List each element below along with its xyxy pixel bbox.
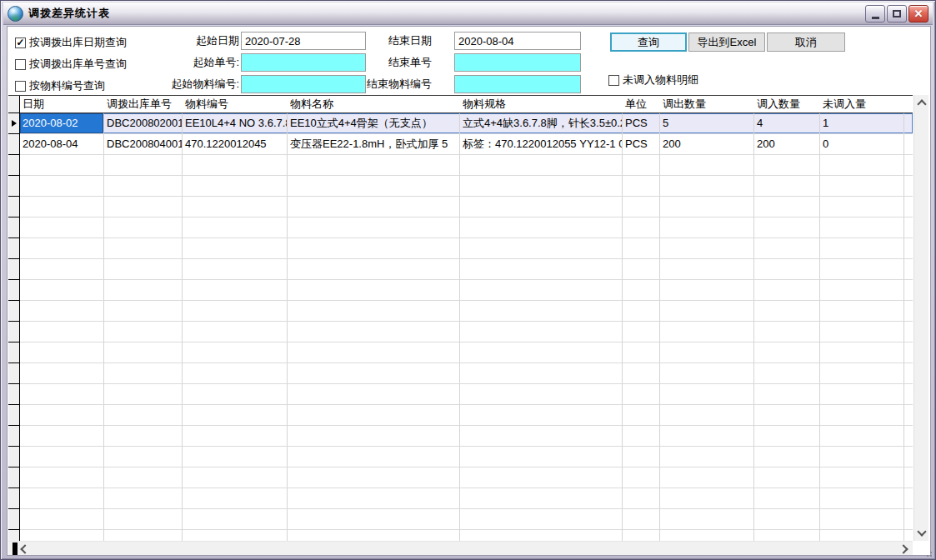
cell-out-qty[interactable]: 200 — [660, 134, 754, 154]
start-material-label: 起始物料编号: — [124, 75, 239, 93]
hscrollbar-thumb[interactable] — [13, 542, 18, 556]
scroll-left-icon[interactable] — [20, 544, 29, 553]
checkbox-not-transferred-detail[interactable]: 未调入物料明细 — [608, 73, 698, 87]
horizontal-scrollbar[interactable] — [8, 541, 913, 556]
empty-row — [8, 363, 913, 384]
end-material-label: 结束物料编号 — [349, 75, 432, 93]
col-header-order-no[interactable]: 调拨出库单号 — [104, 96, 183, 112]
titlebar[interactable]: 调拨差异统计表 ✕ — [3, 2, 933, 25]
empty-row — [8, 530, 913, 541]
cell-in-qty[interactable]: 4 — [754, 113, 820, 133]
cell-material-spec[interactable]: 标签：470.1220012055 YY12-1 0/1 — [460, 134, 623, 154]
grid-empty-rows — [8, 155, 913, 541]
cell-not-in-qty[interactable]: 0 — [820, 134, 904, 154]
filter-panel: 按调拨出库日期查询 按调拨出库单号查询 按物料编号查询 起始日期 起始单号: 起… — [8, 27, 930, 95]
checkbox-by-date[interactable]: 按调拨出库日期查询 — [15, 36, 127, 49]
cell-material-spec[interactable]: 立式4+4缺3.6.7.8脚，针长3.5±0.2M — [460, 113, 623, 133]
current-row-marker-icon — [12, 120, 17, 127]
empty-row — [8, 405, 913, 426]
empty-row — [8, 197, 913, 218]
empty-row — [8, 322, 913, 342]
end-date-label: 结束日期 — [349, 32, 432, 50]
minimize-icon — [872, 17, 879, 19]
checkbox-by-material[interactable]: 按物料编号查询 — [15, 79, 105, 92]
checkbox-by-order-box[interactable] — [15, 59, 26, 70]
scroll-up-icon[interactable] — [917, 99, 926, 108]
cell-out-qty[interactable]: 5 — [660, 113, 754, 133]
row-selector[interactable] — [8, 134, 20, 155]
cell-in-qty[interactable]: 200 — [754, 134, 820, 154]
empty-row — [8, 342, 913, 363]
close-button[interactable]: ✕ — [908, 5, 928, 22]
empty-row — [8, 509, 913, 530]
data-grid: 日期 调拨出库单号 物料编号 物料名称 物料规格 单位 调出数量 调入数量 未调… — [8, 95, 913, 541]
end-material-input[interactable] — [454, 75, 581, 93]
empty-row — [8, 176, 913, 197]
table-row[interactable]: 2020-08-02 DBC200802001 EE10L4+4 NO 3.6.… — [8, 113, 913, 134]
app-window: 调拨差异统计表 ✕ 按调拨出库日期查询 按调拨出库单号查询 按物料编号查询 起始… — [0, 0, 936, 560]
empty-row — [8, 301, 913, 322]
cell-order-no[interactable]: DBC200802001 — [104, 113, 183, 133]
cell-date[interactable]: 2020-08-02 — [20, 113, 104, 133]
col-header-unit[interactable]: 单位 — [623, 96, 660, 112]
start-date-label: 起始日期 — [124, 32, 239, 50]
empty-row — [8, 468, 913, 488]
checkbox-by-material-box[interactable] — [15, 81, 26, 92]
cell-material-no[interactable]: 470.1220012045 — [183, 134, 288, 154]
start-date-input[interactable] — [241, 32, 366, 50]
empty-row — [8, 238, 913, 259]
vertical-scrollbar[interactable] — [913, 95, 928, 541]
cancel-button[interactable]: 取消 — [767, 32, 845, 52]
empty-row — [8, 155, 913, 176]
maximize-button[interactable] — [887, 5, 907, 22]
end-date-input[interactable] — [454, 32, 581, 50]
empty-row — [8, 218, 913, 238]
cell-unit[interactable]: PCS — [623, 134, 660, 154]
cell-material-name[interactable]: EE10立式4+4骨架（无支点） — [288, 113, 460, 133]
col-header-material-name[interactable]: 物料名称 — [288, 96, 460, 112]
close-icon: ✕ — [914, 8, 923, 20]
start-order-input[interactable] — [241, 53, 366, 72]
scroll-down-icon[interactable] — [917, 527, 926, 536]
maximize-icon — [893, 10, 901, 18]
cell-material-name[interactable]: 变压器EE22-1.8mH，卧式加厚 5 — [288, 134, 460, 154]
empty-row — [8, 426, 913, 447]
export-excel-button[interactable]: 导出到Excel — [688, 32, 765, 52]
cell-not-in-qty[interactable]: 1 — [820, 113, 904, 133]
checkbox-by-order[interactable]: 按调拨出库单号查询 — [15, 58, 127, 71]
window-title: 调拨差异统计表 — [28, 6, 110, 21]
scroll-right-icon[interactable] — [898, 544, 908, 553]
resize-grip[interactable] — [923, 548, 933, 558]
empty-row — [8, 488, 913, 509]
cell-material-no[interactable]: EE10L4+4 NO 3.6.7.8 — [183, 113, 288, 133]
checkbox-not-transferred-box[interactable] — [608, 75, 619, 86]
app-icon — [8, 6, 23, 22]
checkbox-by-date-box[interactable] — [15, 38, 26, 48]
cell-date[interactable]: 2020-08-04 — [20, 134, 104, 154]
col-header-not-in-qty[interactable]: 未调入量 — [820, 96, 904, 112]
col-header-in-qty[interactable]: 调入数量 — [754, 96, 820, 112]
row-header-corner — [8, 96, 20, 113]
end-order-label: 结束单号 — [349, 53, 432, 72]
cell-order-no[interactable]: DBC200804001 — [104, 134, 183, 154]
col-header-material-no[interactable]: 物料编号 — [183, 96, 288, 112]
empty-row — [8, 447, 913, 468]
col-header-date[interactable]: 日期 — [20, 96, 104, 112]
empty-row — [8, 280, 913, 301]
table-row[interactable]: 2020-08-04 DBC200804001 470.1220012045 变… — [8, 134, 913, 155]
row-selector[interactable] — [8, 113, 20, 134]
empty-row — [8, 384, 913, 405]
query-button[interactable]: 查询 — [610, 32, 687, 52]
col-header-out-qty[interactable]: 调出数量 — [660, 96, 754, 112]
grid-header-row: 日期 调拨出库单号 物料编号 物料名称 物料规格 单位 调出数量 调入数量 未调… — [8, 96, 913, 113]
start-material-input[interactable] — [241, 75, 366, 93]
start-order-label: 起始单号: — [124, 53, 239, 72]
minimize-button[interactable] — [865, 5, 885, 22]
col-header-material-spec[interactable]: 物料规格 — [460, 96, 623, 112]
checkbox-by-order-label: 按调拨出库单号查询 — [29, 57, 127, 72]
empty-row — [8, 259, 913, 280]
checkbox-by-material-label: 按物料编号查询 — [29, 78, 105, 93]
checkbox-by-date-label: 按调拨出库日期查询 — [29, 35, 127, 50]
cell-unit[interactable]: PCS — [623, 113, 660, 133]
end-order-input[interactable] — [454, 53, 581, 72]
